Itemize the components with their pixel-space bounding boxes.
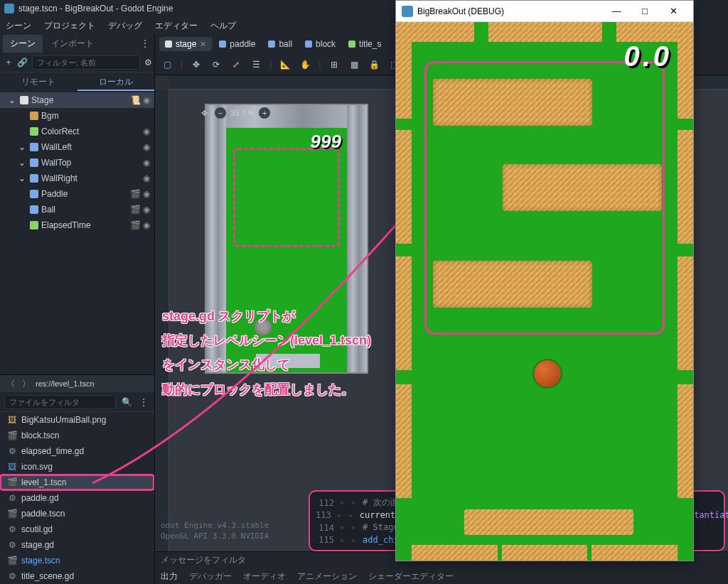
node-type-icon (20, 96, 28, 104)
fs-item[interactable]: 🖼icon.svg (0, 459, 154, 475)
tab-scene[interactable]: シーン (3, 35, 43, 53)
snap-icon[interactable]: ⊞ (328, 58, 341, 71)
visibility-icon[interactable]: ◉ (143, 205, 150, 215)
subtab-local[interactable]: ローカル (77, 72, 155, 91)
open-scene-tab[interactable]: stage✕ (159, 37, 212, 51)
tree-node[interactable]: ⌄Stage📜◉ (0, 92, 154, 108)
message-filter-label[interactable]: メッセージをフィルタ (161, 554, 246, 566)
tab-audio[interactable]: オーディオ (243, 571, 286, 583)
lock-icon[interactable]: 🔒 (368, 58, 380, 71)
fs-item[interactable]: 🎬level_1.tscn (0, 475, 154, 490)
tab-output[interactable]: 出力 (161, 571, 178, 583)
fs-item[interactable]: 🎬paddle.tscn (0, 506, 154, 521)
scale-tool-icon[interactable]: ⤢ (230, 58, 242, 71)
filter-options-icon[interactable]: ⚙ (144, 56, 152, 69)
zoom-in-icon[interactable]: + (259, 107, 270, 119)
menu-debug[interactable]: デバッグ (108, 20, 142, 32)
tree-node[interactable]: Ball🎬◉ (0, 202, 154, 217)
open-scene-icon[interactable]: 🎬 (130, 220, 141, 230)
open-scene-tab[interactable]: block (299, 37, 341, 51)
visibility-icon[interactable]: ◉ (143, 126, 150, 136)
preview-score: 999 (311, 131, 341, 153)
close-tab-icon[interactable]: ✕ (200, 40, 206, 49)
list-tool-icon[interactable]: ☰ (250, 58, 262, 71)
zoom-level[interactable]: 39.7 % (230, 109, 255, 117)
visibility-icon[interactable]: ◉ (143, 189, 150, 199)
tree-node[interactable]: ⌄WallLeft◉ (0, 139, 154, 155)
game-debug-window[interactable]: BigBreakOut (DEBUG) — □ ✕ 0.0 (395, 0, 694, 561)
tree-node[interactable]: ⌄WallTop◉ (0, 155, 154, 171)
move-tool-icon[interactable]: ✥ (190, 58, 203, 71)
menu-scene[interactable]: シーン (6, 20, 31, 32)
tree-node[interactable]: ElapsedTime🎬◉ (0, 217, 154, 233)
open-scene-tab[interactable]: title_s (343, 37, 387, 51)
menu-project[interactable]: プロジェクト (44, 20, 95, 32)
fs-fwd-icon[interactable]: 〉 (20, 377, 33, 390)
fs-list[interactable]: 🖼BigKatsuUmaiBall.png🎬block.tscn⚙elapsed… (0, 412, 154, 584)
fs-item[interactable]: ⚙elapsed_time.gd (0, 443, 154, 459)
tree-node[interactable]: ⌄WallRight◉ (0, 171, 154, 186)
tree-node[interactable]: Paddle🎬◉ (0, 186, 154, 202)
rotate-tool-icon[interactable]: ⟳ (210, 58, 223, 71)
visibility-icon[interactable]: ◉ (143, 158, 150, 168)
fs-path[interactable]: res://level_1.tscn (36, 379, 150, 388)
open-scene-tab[interactable]: ball (262, 37, 298, 51)
tab-import[interactable]: インポート (44, 35, 101, 53)
file-icon: ⚙ (7, 571, 17, 581)
minimize-icon[interactable]: — (602, 1, 631, 21)
maximize-icon[interactable]: □ (631, 1, 659, 21)
filesystem-dock: 〈 〉 res://level_1.tscn 🔍 ⋮ 🖼BigKatsuUmai… (0, 374, 154, 584)
tab-label: block (316, 39, 336, 49)
fs-item[interactable]: 🎬stage.tscn (0, 553, 154, 568)
fs-options-icon[interactable]: ⋮ (137, 396, 150, 409)
tree-node[interactable]: Bgm (0, 108, 154, 124)
fs-item[interactable]: 🖼BigKatsuUmaiBall.png (0, 412, 154, 428)
center-view-icon[interactable]: ✥ (198, 107, 210, 119)
file-name: level_1.tscn (21, 477, 66, 487)
fs-item[interactable]: ⚙title_scene.gd (0, 568, 154, 584)
expand-icon[interactable]: ⌄ (7, 95, 17, 105)
file-name: block.tscn (21, 431, 59, 440)
expand-icon[interactable]: ⌄ (17, 142, 27, 152)
fs-item[interactable]: ⚙paddle.gd (0, 490, 154, 506)
open-scene-tab[interactable]: paddle (213, 37, 261, 51)
version-info: odot Engine v4.3.stable OpenGL API 3.3.0… (155, 518, 274, 544)
node-type-icon (30, 112, 38, 120)
close-icon[interactable]: ✕ (659, 1, 687, 21)
instance-scene-icon[interactable]: 🔗 (17, 56, 28, 69)
visibility-icon[interactable]: ◉ (143, 220, 150, 230)
subtab-remote[interactable]: リモート (0, 72, 77, 91)
tree-node[interactable]: ColorRect◉ (0, 124, 154, 139)
script-icon[interactable]: 📜 (130, 95, 141, 105)
pan-tool-icon[interactable]: ✋ (299, 58, 311, 71)
fs-item[interactable]: ⚙scutil.gd (0, 521, 154, 537)
expand-icon[interactable]: ⌄ (17, 173, 27, 183)
visibility-icon[interactable]: ◉ (143, 173, 150, 183)
file-name: stage.gd (21, 540, 54, 550)
scene-filter-input[interactable] (32, 55, 140, 70)
search-icon[interactable]: 🔍 (120, 396, 133, 409)
scene-tree[interactable]: ⌄Stage📜◉BgmColorRect◉⌄WallLeft◉⌄WallTop◉… (0, 91, 154, 374)
dock-options-icon[interactable]: ⋮ (139, 37, 151, 50)
menu-editor[interactable]: エディター (155, 20, 198, 32)
ruler-tool-icon[interactable]: 📐 (279, 58, 291, 71)
game-canvas[interactable]: 0.0 (396, 22, 693, 561)
open-scene-icon[interactable]: 🎬 (130, 205, 141, 215)
menu-help[interactable]: ヘルプ (210, 20, 236, 32)
add-node-icon[interactable]: ＋ (4, 56, 13, 69)
open-scene-icon[interactable]: 🎬 (130, 189, 141, 199)
visibility-icon[interactable]: ◉ (143, 95, 150, 105)
tab-shader[interactable]: シェーダーエディター (368, 571, 454, 583)
grid-icon[interactable]: ▦ (348, 58, 360, 71)
select-tool-icon[interactable]: ▢ (161, 58, 173, 71)
zoom-out-icon[interactable]: − (215, 107, 226, 119)
fs-back-icon[interactable]: 〈 (4, 377, 17, 390)
game-titlebar[interactable]: BigBreakOut (DEBUG) — □ ✕ (396, 1, 693, 22)
fs-filter-input[interactable] (4, 395, 116, 409)
fs-item[interactable]: ⚙stage.gd (0, 537, 154, 553)
expand-icon[interactable]: ⌄ (17, 158, 27, 168)
visibility-icon[interactable]: ◉ (143, 142, 150, 152)
tab-debugger[interactable]: デバッガー (189, 571, 232, 583)
fs-item[interactable]: 🎬block.tscn (0, 428, 154, 443)
tab-animation[interactable]: アニメーション (297, 571, 357, 583)
